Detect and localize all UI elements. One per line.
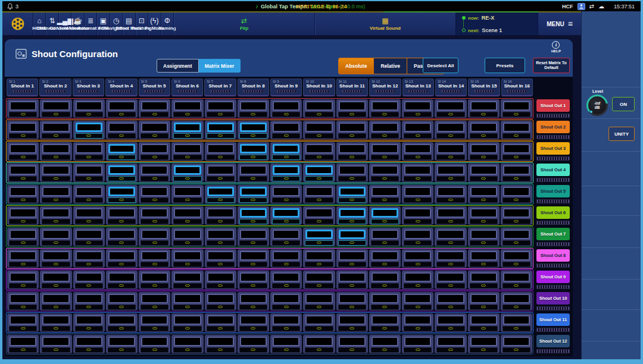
matrix-cell-r6-c10[interactable] — [303, 206, 335, 225]
matrix-cell-r4-c15[interactable] — [468, 164, 500, 182]
matrix-cell-r3-c11[interactable] — [336, 142, 368, 161]
matrix-cell-r9-c14[interactable] — [435, 271, 466, 289]
matrix-cell-r12-c3[interactable] — [73, 335, 105, 353]
input-header-si-15[interactable]: SI 15Shout In 15 — [468, 79, 500, 96]
matrix-cell-r9-c11[interactable] — [336, 271, 368, 289]
matrix-cell-r12-c2[interactable] — [40, 335, 71, 353]
matrix-cell-r2-c8[interactable] — [238, 121, 269, 139]
matrix-cell-r9-c9[interactable] — [270, 271, 302, 289]
menu-item-foh[interactable]: ▣FOH — [97, 12, 110, 35]
matrix-cell-r11-c15[interactable] — [468, 313, 500, 332]
mode-button-absolute[interactable]: Absolute — [339, 58, 374, 74]
matrix-cell-r6-c11[interactable] — [336, 206, 368, 225]
matrix-cell-r6-c3[interactable] — [73, 206, 105, 225]
matrix-cell-r4-c6[interactable] — [171, 164, 203, 182]
matrix-cell-r7-c8[interactable] — [238, 228, 269, 246]
matrix-cell-r3-c15[interactable] — [468, 142, 500, 161]
matrix-cell-r4-c9[interactable] — [270, 164, 302, 182]
matrix-cell-r8-c11[interactable] — [336, 249, 368, 268]
matrix-cell-r6-c5[interactable] — [139, 206, 170, 225]
matrix-cell-r9-c15[interactable] — [468, 271, 500, 289]
matrix-cell-r12-c12[interactable] — [369, 335, 401, 353]
menu-item-fx-mode[interactable]: (ϟ)Fx Mode — [148, 12, 161, 35]
input-header-si-2[interactable]: SI 2Shout In 2 — [39, 79, 71, 96]
matrix-cell-r9-c4[interactable] — [106, 271, 138, 289]
matrix-cell-r9-c3[interactable] — [73, 271, 105, 289]
matrix-cell-r8-c16[interactable] — [501, 249, 532, 268]
unity-button[interactable]: UNITY — [608, 127, 635, 141]
menu-item-manchino[interactable]: ☕Manchino — [71, 12, 84, 35]
matrix-cell-r5-c5[interactable] — [139, 185, 170, 203]
matrix-cell-r6-c1[interactable] — [7, 206, 39, 225]
matrix-cell-r12-c9[interactable] — [270, 335, 302, 353]
matrix-cell-r5-c16[interactable] — [501, 185, 532, 203]
output-button-8[interactable]: Shout Out 8 — [536, 249, 570, 262]
input-header-si-10[interactable]: SI 10Shout In 10 — [303, 79, 335, 96]
matrix-cell-r3-c12[interactable] — [369, 142, 401, 161]
matrix-cell-r11-c1[interactable] — [7, 313, 39, 332]
menu-item-naming[interactable]: ΦNaming — [161, 12, 174, 35]
input-header-si-11[interactable]: SI 11Shout In 11 — [336, 79, 368, 96]
matrix-cell-r3-c7[interactable] — [205, 142, 236, 161]
matrix-cell-r10-c10[interactable] — [303, 292, 335, 310]
matrix-cell-r10-c9[interactable] — [270, 292, 302, 310]
presets-button[interactable]: Presets — [485, 58, 525, 73]
matrix-cell-r1-c3[interactable] — [73, 99, 105, 118]
menu-item-home[interactable]: ⌂HOME — [33, 12, 46, 35]
matrix-cell-r1-c15[interactable] — [468, 99, 500, 118]
matrix-cell-r4-c5[interactable] — [139, 164, 170, 182]
brand-logo[interactable] — [2, 12, 33, 35]
matrix-cell-r3-c6[interactable] — [171, 142, 203, 161]
matrix-cell-r9-c5[interactable] — [139, 271, 170, 289]
input-header-si-14[interactable]: SI 14Shout In 14 — [435, 79, 467, 96]
output-button-2[interactable]: Shout Out 2 — [536, 121, 570, 133]
output-button-12[interactable]: Shout Out 12 — [536, 335, 570, 347]
matrix-cell-r4-c2[interactable] — [40, 164, 71, 182]
matrix-cell-r3-c5[interactable] — [139, 142, 170, 161]
matrix-cell-r2-c10[interactable] — [303, 121, 335, 139]
matrix-cell-r12-c11[interactable] — [336, 335, 368, 353]
matrix-cell-r4-c4[interactable] — [106, 164, 138, 182]
matrix-cell-r5-c11[interactable] — [336, 185, 368, 203]
matrix-cell-r8-c5[interactable] — [139, 249, 170, 268]
matrix-cell-r3-c1[interactable] — [7, 142, 39, 161]
matrix-cell-r5-c4[interactable] — [106, 185, 138, 203]
matrix-cell-r10-c15[interactable] — [468, 292, 500, 310]
matrix-cell-r6-c7[interactable] — [205, 206, 236, 225]
matrix-cell-r2-c7[interactable] — [205, 121, 236, 139]
matrix-cell-r7-c9[interactable] — [270, 228, 302, 246]
input-header-si-16[interactable]: SI 16Shout In 16 — [501, 79, 533, 96]
matrix-cell-r7-c1[interactable] — [7, 228, 39, 246]
matrix-cell-r10-c3[interactable] — [73, 292, 105, 310]
matrix-cell-r11-c12[interactable] — [369, 313, 401, 332]
matrix-cell-r9-c7[interactable] — [205, 271, 236, 289]
matrix-cell-r6-c14[interactable] — [435, 206, 466, 225]
matrix-cell-r7-c11[interactable] — [336, 228, 368, 246]
matrix-cell-r6-c12[interactable] — [369, 206, 401, 225]
matrix-cell-r4-c10[interactable] — [303, 164, 335, 182]
matrix-cell-r8-c7[interactable] — [205, 249, 236, 268]
matrix-cell-r1-c8[interactable] — [238, 99, 269, 118]
level-knob[interactable]: -inf dB — [586, 95, 608, 116]
matrix-cell-r10-c11[interactable] — [336, 292, 368, 310]
matrix-cell-r7-c2[interactable] — [40, 228, 71, 246]
matrix-cell-r2-c12[interactable] — [369, 121, 401, 139]
matrix-cell-r5-c12[interactable] — [369, 185, 401, 203]
matrix-cell-r10-c13[interactable] — [402, 292, 433, 310]
matrix-cell-r3-c3[interactable] — [73, 142, 105, 161]
matrix-cell-r11-c9[interactable] — [270, 313, 302, 332]
matrix-cell-r1-c10[interactable] — [303, 99, 335, 118]
matrix-cell-r3-c14[interactable] — [435, 142, 466, 161]
matrix-cell-r4-c11[interactable] — [336, 164, 368, 182]
matrix-cell-r10-c5[interactable] — [139, 292, 170, 310]
matrix-cell-r2-c5[interactable] — [139, 121, 170, 139]
matrix-cell-r12-c5[interactable] — [139, 335, 170, 353]
matrix-cell-r8-c2[interactable] — [40, 249, 71, 268]
matrix-cell-r12-c14[interactable] — [435, 335, 466, 353]
matrix-cell-r8-c4[interactable] — [106, 249, 138, 268]
matrix-cell-r4-c7[interactable] — [205, 164, 236, 182]
matrix-cell-r9-c1[interactable] — [7, 271, 39, 289]
matrix-cell-r2-c6[interactable] — [171, 121, 203, 139]
matrix-cell-r5-c15[interactable] — [468, 185, 500, 203]
matrix-cell-r10-c8[interactable] — [238, 292, 269, 310]
